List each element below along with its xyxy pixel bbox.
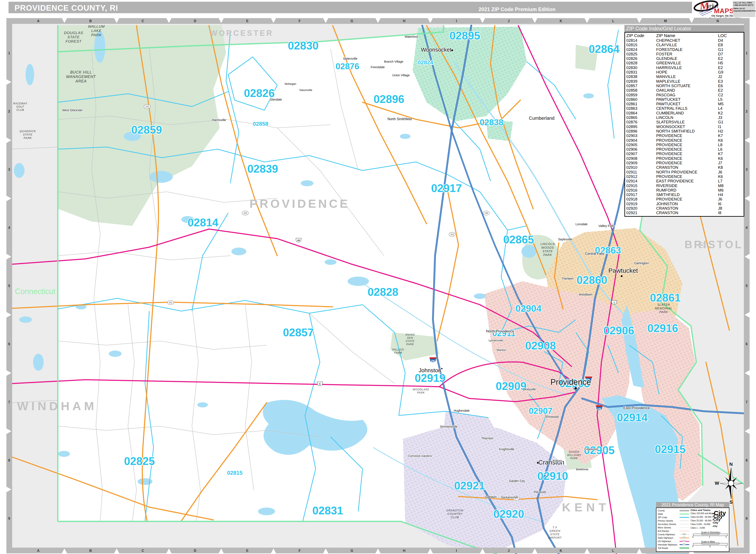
- legend-item-primary-streets: Primary Streets: [658, 519, 673, 522]
- park-label-line: SLATER: [657, 303, 670, 307]
- legend-route-badge-icon: 175: [683, 544, 686, 545]
- legend-item-state: State: [658, 513, 663, 515]
- zip-label-02865: 02865: [503, 233, 534, 246]
- zip-loc: L8: [718, 143, 737, 147]
- zip-label-02860: 02860: [577, 274, 608, 286]
- zip-index-row: 02831HOPEG9: [626, 70, 744, 74]
- grid-col-C-bottom: C: [142, 549, 144, 553]
- legend-item-exit-ramps: Exit Ramps: [658, 530, 669, 532]
- park-label-line: GREEN: [549, 529, 560, 533]
- zip-name: PROVIDENCE: [656, 161, 718, 165]
- park-label-line: CLUB: [16, 108, 24, 111]
- zip-name: PROVIDENCE: [656, 138, 718, 143]
- grid-col-M-top: M: [664, 19, 667, 23]
- zip-loc: J6: [718, 197, 737, 201]
- park-label-line: PARK: [417, 391, 425, 394]
- zip-label-02815: 02815: [227, 469, 243, 476]
- pond-12: [474, 293, 486, 299]
- grid-col-L-bottom: L: [612, 549, 614, 553]
- zip-name: PROVIDENCE: [656, 174, 718, 179]
- zip-name: JOHNSTON: [656, 202, 718, 206]
- grid-col-D-bottom: D: [194, 549, 196, 553]
- legend-cities-title: Cities and Towns: [691, 509, 711, 511]
- zip-loc: K6: [718, 174, 737, 179]
- route-shield-146: 146: [483, 211, 490, 215]
- zip-name: PROVIDENCE: [656, 133, 718, 138]
- city-label-woodlawn: Woodlawn: [578, 293, 593, 296]
- city-label-lymansville: Lymansville: [489, 339, 503, 342]
- pond-21: [26, 64, 34, 85]
- state-route-number: 101: [169, 301, 172, 304]
- park-label-line: LAKE: [91, 29, 101, 33]
- scale-tick: 2: [725, 536, 727, 538]
- park-label-line: PARK: [91, 33, 102, 37]
- zip-label-02839: 02839: [247, 163, 278, 175]
- zip-code: 02865: [626, 115, 656, 120]
- pond-17: [197, 402, 208, 407]
- zip-name: NORTH SMITHFIELD: [656, 129, 718, 133]
- legend-city-class: Cities 25,000 - 49,999: [691, 519, 711, 522]
- zip-name: SMITHFIELD: [656, 192, 718, 197]
- zip-code: 02903: [626, 133, 656, 138]
- region-label-bristol: BRISTOL: [685, 239, 743, 251]
- route-shield-1: 1: [611, 300, 617, 304]
- zip-index-row: 02895WOONSOCKETI1: [626, 124, 744, 129]
- park-label-line: T F: [553, 526, 557, 529]
- zip-name: PROVIDENCE: [656, 152, 718, 156]
- zip-code-index: ZIP Code Index/Grid Locator ZIP Code ZIP…: [624, 25, 744, 217]
- park-label-line: FARM: [394, 351, 402, 354]
- us-shield-number: 6: [319, 383, 320, 385]
- grid-col-I-bottom: I: [456, 549, 457, 553]
- scale-tick: 0: [692, 545, 694, 548]
- city-label-garden-city: Garden City: [509, 479, 525, 483]
- zip-label-02859: 02859: [131, 124, 162, 136]
- legend-city-class: Cities 100,000 and Above: [691, 512, 715, 514]
- zip-loc: L4: [718, 106, 737, 111]
- zip-code: 02910: [626, 165, 656, 170]
- zip-index-row: 02826GLENDALEE2: [626, 56, 744, 61]
- zip-index-row: 02903PROVIDENCEK7: [626, 133, 744, 138]
- grid-row-1-left: 1: [8, 51, 10, 55]
- zip-label-02916: 02916: [648, 322, 678, 334]
- park-label-line: WOODLAKE: [413, 388, 429, 391]
- grid-row-7-right: 7: [746, 400, 748, 404]
- zip-index-row: 02838MANVILLEJ2: [626, 74, 744, 79]
- zip-code: 02858: [626, 88, 656, 93]
- park-label-line: AREA: [75, 79, 87, 83]
- city-label-west-glocester: West Glocester: [62, 108, 83, 112]
- map-page: PROVIDENCE COUNTY, RI 2021 ZIP Code Prem…: [0, 0, 756, 554]
- zip-code: 02859: [626, 93, 656, 97]
- zip-name: PASCOAG: [656, 93, 718, 97]
- zip-index-row: 02904PROVIDENCEK6: [626, 138, 744, 143]
- route-shield-295: 295: [430, 357, 436, 363]
- zip-code: 02863: [626, 106, 656, 111]
- grid-col-J-bottom: J: [508, 549, 510, 553]
- scale-bar-step: [702, 543, 719, 544]
- zip-loc: G9: [718, 70, 737, 74]
- zip-loc: G1: [718, 120, 737, 124]
- zip-index-row: 02919JOHNSTONI6: [626, 202, 744, 206]
- park-label-line: PARK: [570, 457, 578, 460]
- compass-n: N: [729, 461, 733, 467]
- zip-name: CRANSTON: [656, 211, 718, 215]
- scale-tick: 1: [725, 545, 727, 548]
- route-shield-44: 44: [296, 238, 301, 242]
- grid-col-K-bottom: K: [560, 549, 562, 553]
- zip-index-row: 02814CHEPACHETD4: [626, 38, 744, 43]
- grid-col-B-bottom: B: [89, 549, 92, 553]
- city-label-auburn: Auburn: [552, 459, 562, 462]
- state-route-number: 116: [450, 233, 454, 236]
- grid-col-C-top: C: [142, 19, 144, 23]
- city-label-slatersville: Slatersville: [343, 57, 357, 60]
- grid-row-8-left: 8: [8, 458, 10, 462]
- zip-index-row: 02921CRANSTONI8: [626, 211, 744, 215]
- zip-code: 02919: [626, 202, 656, 206]
- park-label-line: WOODS: [541, 246, 554, 249]
- city-label-manton: Manton: [497, 348, 506, 351]
- zip-loc: E6: [718, 84, 737, 88]
- compass-s: S: [729, 499, 733, 505]
- zip-code: 02828: [626, 61, 656, 65]
- city-label-comstock-gardens: Comstock Gardens: [408, 454, 432, 457]
- legend-item-toll-roads: Toll Roads: [658, 547, 668, 549]
- state-route-number: 102: [244, 212, 247, 214]
